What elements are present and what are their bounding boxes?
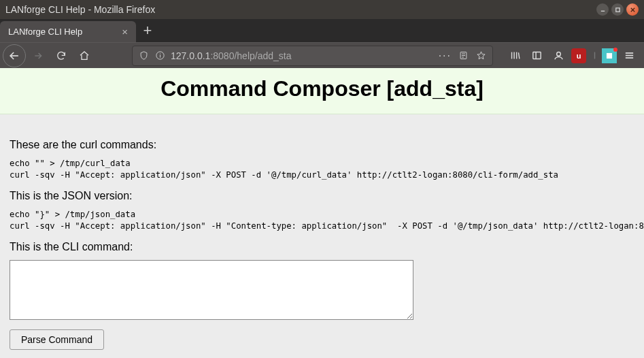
library-icon[interactable] bbox=[504, 46, 526, 66]
reload-button[interactable] bbox=[50, 46, 72, 66]
url-path: :8080/help/add_sta bbox=[210, 50, 291, 61]
browser-tab-title: LANforge CLI Help bbox=[8, 27, 114, 37]
svg-line-17 bbox=[518, 52, 519, 59]
browser-navbar: 127.0.0.1:8080/help/add_sta ··· u bbox=[0, 42, 644, 68]
cli-intro-text: This is the CLI command: bbox=[10, 241, 634, 253]
window-maximize-button[interactable] bbox=[611, 3, 624, 16]
json-intro-text: This is the JSON version: bbox=[10, 190, 634, 202]
page-actions-icon[interactable]: ··· bbox=[436, 50, 454, 62]
url-host: 127.0.0.1 bbox=[171, 50, 210, 61]
site-info-icon[interactable] bbox=[152, 48, 168, 64]
svg-marker-13 bbox=[477, 52, 484, 59]
svg-rect-18 bbox=[532, 52, 540, 59]
tab-close-icon[interactable]: × bbox=[120, 26, 129, 37]
address-bar[interactable]: 127.0.0.1:8080/help/add_sta ··· bbox=[132, 46, 493, 66]
json-code-block: echo "}" > /tmp/json_data curl -sqv -H "… bbox=[10, 209, 634, 231]
cli-command-textarea[interactable] bbox=[10, 260, 413, 320]
curl-code-block: echo "" > /tmp/curl_data curl -sqv -H "A… bbox=[10, 158, 634, 180]
window-title: LANforge CLI Help - Mozilla Firefox bbox=[5, 4, 596, 15]
window-minimize-button[interactable] bbox=[596, 3, 609, 16]
reader-view-icon[interactable] bbox=[454, 48, 472, 64]
extension-icon[interactable] bbox=[602, 48, 617, 63]
svg-point-20 bbox=[556, 52, 560, 56]
window-titlebar: LANforge CLI Help - Mozilla Firefox bbox=[0, 0, 644, 19]
page-heading: Command Composer [add_sta] bbox=[0, 76, 644, 101]
parse-command-button[interactable]: Parse Command bbox=[10, 329, 104, 350]
svg-rect-22 bbox=[607, 52, 612, 58]
toolbar-separator bbox=[588, 46, 600, 66]
hamburger-menu-icon[interactable] bbox=[618, 46, 640, 66]
browser-tab-active[interactable]: LANforge CLI Help × bbox=[0, 21, 136, 42]
window-close-button[interactable] bbox=[626, 3, 639, 16]
url-text[interactable]: 127.0.0.1:8080/help/add_sta bbox=[168, 50, 436, 61]
svg-point-8 bbox=[160, 53, 160, 54]
svg-rect-1 bbox=[615, 7, 619, 11]
new-tab-button[interactable]: + bbox=[136, 19, 159, 42]
back-button[interactable] bbox=[3, 44, 26, 67]
bookmark-star-icon[interactable] bbox=[472, 48, 490, 64]
account-icon[interactable] bbox=[547, 46, 569, 66]
ublock-icon[interactable]: u bbox=[571, 48, 586, 63]
home-button[interactable] bbox=[73, 46, 95, 66]
page-viewport[interactable]: Command Composer [add_sta] These are the… bbox=[0, 68, 644, 358]
curl-intro-text: These are the curl commands: bbox=[10, 139, 634, 151]
shield-icon[interactable] bbox=[135, 48, 152, 64]
browser-tabstrip: LANforge CLI Help × + bbox=[0, 19, 644, 42]
forward-button bbox=[27, 46, 49, 66]
sidebar-icon[interactable] bbox=[526, 46, 547, 66]
page-banner: Command Composer [add_sta] bbox=[0, 68, 644, 114]
